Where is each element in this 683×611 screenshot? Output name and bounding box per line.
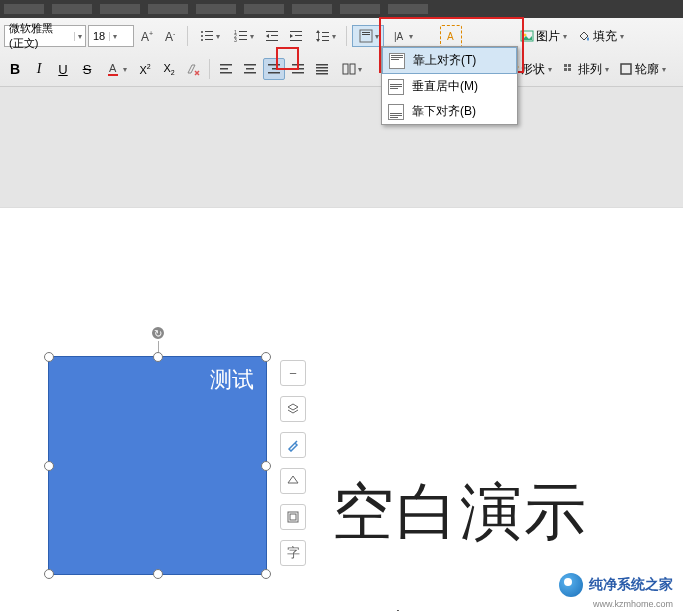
decrease-font-icon[interactable]: A- — [160, 25, 182, 47]
resize-handle[interactable] — [261, 352, 271, 362]
font-size-value: 18 — [89, 30, 109, 42]
decrease-indent-icon[interactable] — [261, 25, 283, 47]
svg-rect-38 — [244, 64, 256, 66]
slide-title[interactable]: 空白演示 — [332, 470, 588, 554]
svg-rect-21 — [290, 40, 302, 41]
resize-handle[interactable] — [44, 352, 54, 362]
vertical-align-dropdown: 靠上对齐(T) 垂直居中(M) 靠下对齐(B) — [381, 46, 518, 125]
svg-rect-28 — [362, 34, 370, 35]
svg-text:A: A — [165, 30, 173, 44]
textbox-icon[interactable]: A — [440, 25, 462, 47]
underline-icon[interactable]: U — [52, 58, 74, 80]
font-name-value: 微软雅黑 (正文) — [5, 21, 74, 51]
align-justify-icon[interactable] — [287, 58, 309, 80]
align-left-icon[interactable] — [215, 58, 237, 80]
arrange-button[interactable]: 排列▾ — [558, 58, 613, 80]
svg-rect-36 — [220, 68, 228, 70]
svg-rect-17 — [271, 35, 278, 36]
eyedropper-button[interactable] — [280, 432, 306, 458]
svg-rect-42 — [272, 68, 280, 70]
layers-button[interactable] — [280, 396, 306, 422]
shape-text: 测试 — [210, 367, 254, 392]
align-top-icon — [389, 53, 405, 69]
menu-bar — [0, 0, 683, 18]
chevron-down-icon: ▾ — [109, 32, 120, 41]
svg-rect-35 — [220, 64, 232, 66]
svg-rect-25 — [322, 40, 329, 41]
font-name-combo[interactable]: 微软雅黑 (正文) ▾ — [4, 25, 86, 47]
svg-rect-13 — [239, 35, 247, 36]
svg-rect-37 — [220, 72, 232, 74]
svg-rect-46 — [292, 72, 304, 74]
bold-icon[interactable]: B — [4, 58, 26, 80]
align-bottom-item[interactable]: 靠下对齐(B) — [382, 99, 517, 124]
align-center-icon[interactable] — [239, 58, 261, 80]
speaker-placeholder[interactable]: Speaker name a — [344, 606, 505, 611]
chevron-down-icon: ▾ — [74, 32, 85, 41]
svg-rect-47 — [316, 64, 328, 66]
slide-canvas[interactable]: 测试 ↻ − 字 空白演示 Speaker name a — [0, 207, 683, 611]
svg-rect-19 — [290, 31, 302, 32]
svg-rect-52 — [350, 64, 355, 74]
svg-rect-56 — [568, 64, 571, 67]
picture-button[interactable]: 图片▾ — [516, 25, 571, 47]
collapse-button[interactable]: − — [280, 360, 306, 386]
resize-handle[interactable] — [44, 569, 54, 579]
font-color-button[interactable]: A▾ — [100, 58, 132, 80]
bullets-button[interactable]: ▾ — [193, 25, 225, 47]
svg-rect-57 — [564, 68, 567, 71]
svg-rect-48 — [316, 67, 328, 69]
frame-button[interactable] — [280, 504, 306, 530]
font-size-combo[interactable]: 18 ▾ — [88, 25, 134, 47]
resize-handle[interactable] — [153, 352, 163, 362]
watermark-url: www.kzmhome.com — [593, 599, 673, 609]
svg-text:+: + — [149, 30, 153, 37]
vertical-align-button[interactable]: ▾ — [352, 25, 384, 47]
italic-icon[interactable]: I — [28, 58, 50, 80]
subscript-icon[interactable]: X2 — [158, 58, 180, 80]
increase-indent-icon[interactable] — [285, 25, 307, 47]
selected-shape[interactable]: 测试 ↻ — [48, 356, 267, 575]
svg-text:3: 3 — [234, 37, 237, 43]
svg-rect-22 — [318, 32, 319, 40]
align-middle-item[interactable]: 垂直居中(M) — [382, 74, 517, 99]
clear-format-icon[interactable] — [182, 58, 204, 80]
line-spacing-button[interactable]: ▾ — [309, 25, 341, 47]
align-right-icon[interactable] — [263, 58, 285, 80]
strikethrough-icon[interactable]: S — [76, 58, 98, 80]
align-middle-icon — [388, 79, 404, 95]
svg-rect-50 — [316, 73, 328, 75]
svg-rect-20 — [295, 35, 302, 36]
svg-rect-27 — [362, 32, 370, 33]
text-tool-button[interactable]: 字 — [280, 540, 306, 566]
svg-rect-45 — [292, 68, 304, 70]
svg-rect-9 — [205, 39, 213, 40]
svg-text:|A: |A — [394, 31, 404, 42]
rotate-handle[interactable]: ↻ — [150, 325, 166, 341]
columns-button[interactable]: ▾ — [335, 58, 367, 80]
resize-handle[interactable] — [261, 569, 271, 579]
resize-handle[interactable] — [261, 461, 271, 471]
svg-rect-24 — [322, 36, 329, 37]
svg-text:A: A — [141, 30, 149, 44]
svg-rect-43 — [268, 72, 280, 74]
fill-button[interactable]: 填充▾ — [573, 25, 628, 47]
svg-rect-18 — [266, 40, 278, 41]
align-top-item[interactable]: 靠上对齐(T) — [382, 47, 517, 74]
resize-handle[interactable] — [153, 569, 163, 579]
resize-handle[interactable] — [44, 461, 54, 471]
text-direction-button[interactable]: |A▾ — [386, 25, 418, 47]
svg-rect-58 — [568, 68, 571, 71]
svg-rect-34 — [108, 74, 118, 76]
svg-rect-11 — [239, 31, 247, 32]
align-distribute-icon[interactable] — [311, 58, 333, 80]
svg-point-6 — [201, 35, 203, 37]
crop-button[interactable] — [280, 468, 306, 494]
superscript-icon[interactable]: X2 — [134, 58, 156, 80]
increase-font-icon[interactable]: A+ — [136, 25, 158, 47]
svg-rect-49 — [316, 70, 328, 72]
outline-button[interactable]: 轮廓▾ — [615, 58, 670, 80]
watermark-logo-icon — [559, 573, 583, 597]
numbering-button[interactable]: 123▾ — [227, 25, 259, 47]
svg-point-8 — [201, 39, 203, 41]
